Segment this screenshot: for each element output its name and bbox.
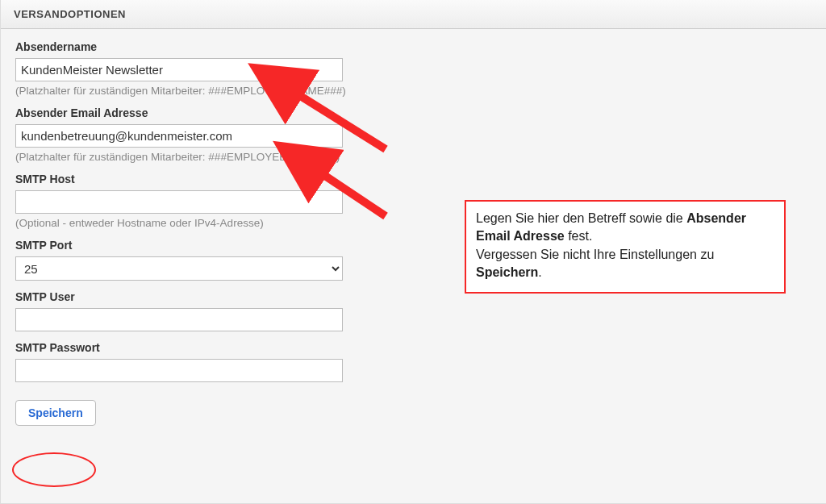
smtp-password-input[interactable] (15, 359, 343, 382)
field-sender-name: Absendername (Platzhalter für zuständige… (15, 40, 811, 97)
smtp-password-label: SMTP Passwort (15, 341, 811, 354)
sender-email-input[interactable] (15, 124, 343, 148)
smtp-host-input[interactable] (15, 190, 343, 214)
callout-text-2b: Speichern (476, 265, 538, 279)
smtp-host-label: SMTP Host (15, 173, 811, 185)
callout-text-2a: Vergessen Sie nicht Ihre Einstellungen z… (476, 248, 714, 261)
field-smtp-user: SMTP User (15, 290, 811, 331)
annotation-callout: Legen Sie hier den Betreff sowie die Abs… (465, 200, 786, 294)
smtp-user-input[interactable] (15, 308, 343, 331)
field-smtp-password: SMTP Passwort (15, 341, 811, 382)
smtp-port-select[interactable]: 25 (15, 256, 343, 281)
sender-email-hint: (Platzhalter für zuständigen Mitarbeiter… (15, 151, 811, 163)
panel-title: VERSANDOPTIONEN (1, 0, 826, 29)
callout-text-2c: . (538, 265, 541, 279)
callout-text-1a: Legen Sie hier den Betreff sowie die (476, 211, 686, 225)
callout-text-1c: fest. (565, 229, 593, 243)
sender-name-label: Absendername (15, 40, 811, 53)
sender-name-input[interactable] (15, 58, 343, 81)
field-sender-email: Absender Email Adresse (Platzhalter für … (15, 106, 811, 163)
sender-name-hint: (Platzhalter für zuständigen Mitarbeiter… (15, 85, 811, 97)
sender-email-label: Absender Email Adresse (15, 106, 811, 119)
save-button[interactable]: Speichern (15, 400, 96, 426)
